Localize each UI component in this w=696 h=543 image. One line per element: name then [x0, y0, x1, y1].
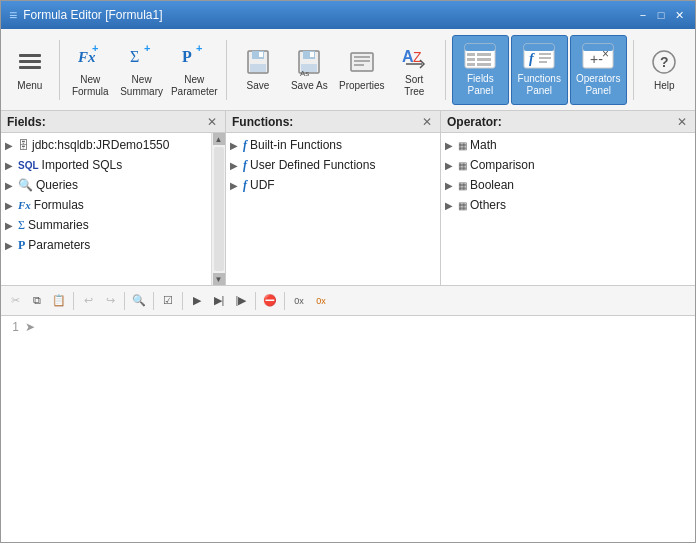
query-icon: 🔍: [18, 178, 33, 192]
help-button[interactable]: ? Help: [640, 35, 689, 105]
expand-icon: ▶: [445, 160, 455, 171]
new-formula-button[interactable]: Fx + NewFormula: [66, 35, 115, 105]
expand-icon: ▶: [230, 160, 240, 171]
find-button[interactable]: 🔍: [129, 291, 149, 311]
hex-button[interactable]: 0x: [311, 291, 331, 311]
cut-button[interactable]: ✂: [5, 291, 25, 311]
formulas-label: Formulas: [34, 198, 84, 212]
break-button[interactable]: ⛔: [260, 291, 280, 311]
save-label: Save: [247, 80, 270, 92]
new-summary-icon: Σ +: [128, 42, 156, 70]
save-button[interactable]: Save: [233, 35, 282, 105]
svg-rect-2: [19, 66, 41, 69]
udf-label: User Defined Functions: [250, 158, 375, 172]
new-formula-icon: Fx +: [76, 42, 104, 70]
svg-text:?: ?: [660, 54, 669, 70]
svg-text:+: +: [144, 42, 150, 54]
new-parameter-button[interactable]: P + NewParameter: [168, 35, 220, 105]
undo-button[interactable]: ↩: [78, 291, 98, 311]
main-content: Fields: ✕ ▲ ▼ ▶ 🗄 jdbc:hsqldb:JRDemo1550: [1, 111, 695, 542]
functions-panel-button[interactable]: f FunctionsPanel: [511, 35, 568, 105]
svg-rect-21: [354, 64, 364, 66]
operators-panel-button[interactable]: +- × OperatorsPanel: [570, 35, 627, 105]
close-button[interactable]: ✕: [671, 7, 687, 23]
properties-button[interactable]: Properties: [336, 35, 388, 105]
tree-item-comparison[interactable]: ▶ ▦ Comparison: [441, 155, 695, 175]
functions-panel-close[interactable]: ✕: [420, 115, 434, 129]
sep: [124, 292, 125, 310]
tree-item-summaries[interactable]: ▶ Σ Summaries: [1, 215, 225, 235]
parameters-label: Parameters: [28, 238, 90, 252]
svg-rect-1: [19, 60, 41, 63]
properties-label: Properties: [339, 80, 385, 92]
expand-icon: ▶: [5, 220, 15, 231]
tree-item-udf[interactable]: ▶ f User Defined Functions: [226, 155, 440, 175]
functions-panel-body: ▶ f Built-in Functions ▶ f User Defined …: [226, 133, 440, 285]
udf2-label: UDF: [250, 178, 275, 192]
svg-rect-0: [19, 54, 41, 57]
tree-item-formulas[interactable]: ▶ Fx Formulas: [1, 195, 225, 215]
fields-panel-icon: [464, 43, 496, 69]
sort-tree-button[interactable]: A Z SortTree: [390, 35, 439, 105]
operators-panel-close[interactable]: ✕: [675, 115, 689, 129]
menu-button[interactable]: Menu: [7, 35, 53, 105]
help-icon: ?: [650, 48, 678, 76]
tree-item-builtin[interactable]: ▶ f Built-in Functions: [226, 135, 440, 155]
table-icon: ▦: [458, 180, 467, 191]
tree-item-imported[interactable]: ▶ SQL Imported SQLs: [1, 155, 225, 175]
tree-item-jdbc[interactable]: ▶ 🗄 jdbc:hsqldb:JRDemo1550: [1, 135, 225, 155]
window-icon: ≡: [9, 7, 17, 23]
paste-button[interactable]: 📋: [49, 291, 69, 311]
fields-panel-title: Fields:: [7, 115, 46, 129]
svg-text:+: +: [196, 42, 202, 54]
svg-rect-32: [477, 63, 491, 66]
redo-button[interactable]: ↪: [100, 291, 120, 311]
fx-icon: Fx: [18, 199, 31, 211]
fields-panel-button[interactable]: FieldsPanel: [452, 35, 509, 105]
run-to-button[interactable]: ▶|: [209, 291, 229, 311]
svg-rect-34: [524, 44, 554, 51]
expand-icon: ▶: [5, 200, 15, 211]
functions-panel-label: FunctionsPanel: [518, 73, 561, 97]
maximize-button[interactable]: □: [653, 7, 669, 23]
copy-button[interactable]: ⧉: [27, 291, 47, 311]
format-button[interactable]: 0x: [289, 291, 309, 311]
fields-panel-label: FieldsPanel: [467, 73, 494, 97]
tree-item-queries[interactable]: ▶ 🔍 Queries: [1, 175, 225, 195]
table-icon: ▦: [458, 160, 467, 171]
check-button[interactable]: ☑: [158, 291, 178, 311]
formula-content: 1 ➤: [1, 316, 695, 542]
tree-item-parameters[interactable]: ▶ P Parameters: [1, 235, 225, 255]
fields-panel-close[interactable]: ✕: [205, 115, 219, 129]
tree-item-others[interactable]: ▶ ▦ Others: [441, 195, 695, 215]
new-parameter-label: NewParameter: [171, 74, 218, 98]
scrollbar[interactable]: ▲ ▼: [211, 133, 225, 285]
formula-input[interactable]: [39, 320, 691, 538]
formula-area: ✂ ⧉ 📋 ↩ ↪ 🔍 ☑ ▶ ▶| |▶ ⛔ 0x 0x: [1, 286, 695, 542]
line-number: 1: [5, 320, 25, 538]
summaries-label: Summaries: [28, 218, 89, 232]
svg-rect-36: [539, 53, 551, 55]
tree-item-boolean[interactable]: ▶ ▦ Boolean: [441, 175, 695, 195]
save-as-button[interactable]: As Save As: [285, 35, 334, 105]
operators-panel-body: ▶ ▦ Math ▶ ▦ Comparison ▶ ▦ Boolean: [441, 133, 695, 285]
sep1: [59, 40, 60, 100]
sum-icon: Σ: [18, 218, 25, 233]
run-from-button[interactable]: |▶: [231, 291, 251, 311]
functions-panel-icon: f: [523, 43, 555, 69]
imported-label: Imported SQLs: [42, 158, 123, 172]
sep: [73, 292, 74, 310]
menu-icon: [16, 48, 44, 76]
formula-arrow: ➤: [25, 320, 35, 538]
sort-tree-icon: A Z: [400, 42, 428, 70]
tree-item-udf2[interactable]: ▶ f UDF: [226, 175, 440, 195]
new-summary-button[interactable]: Σ + NewSummary: [117, 35, 166, 105]
sort-tree-label: SortTree: [404, 74, 424, 98]
sep: [255, 292, 256, 310]
others-label: Others: [470, 198, 506, 212]
table-icon: ▦: [458, 140, 467, 151]
tree-item-math[interactable]: ▶ ▦ Math: [441, 135, 695, 155]
minimize-button[interactable]: −: [635, 7, 651, 23]
new-formula-label: NewFormula: [72, 74, 109, 98]
run-button[interactable]: ▶: [187, 291, 207, 311]
